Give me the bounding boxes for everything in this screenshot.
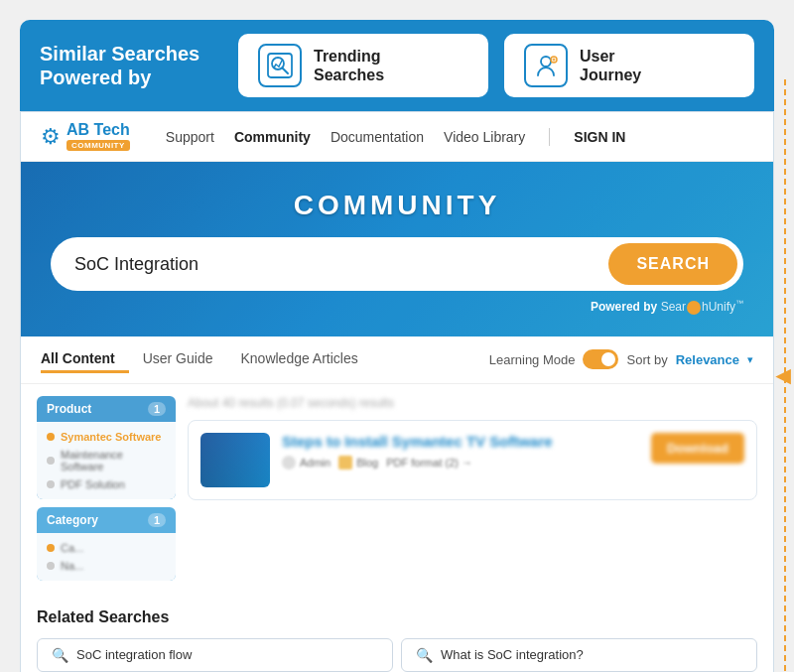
trending-searches-icon: [258, 44, 302, 87]
top-banner: Similar Searches Powered by TrendingSear…: [20, 20, 774, 111]
nav-signin[interactable]: SIGN IN: [574, 129, 625, 145]
facet-category-badge: 1: [148, 513, 166, 527]
facets-panel: Product 1 Symantec Software Maintenance …: [37, 396, 176, 589]
tab-user-guide[interactable]: User Guide: [129, 346, 227, 373]
svg-line-5: [279, 61, 282, 67]
facet-dot-icon: [47, 433, 55, 441]
sort-label: Sort by: [626, 352, 667, 367]
facet-dot-icon: [47, 562, 55, 570]
search-button[interactable]: SEARCH: [608, 243, 737, 285]
related-searches-section: Related Searches 🔍 SoC integration flow …: [21, 601, 773, 672]
facet-item-label: Na...: [61, 560, 83, 572]
brand-icon: ⚙: [41, 124, 61, 150]
facet-product-header: Product 1: [37, 396, 176, 422]
brand-badge: COMMUNITY: [66, 140, 130, 151]
banner-cards: TrendingSearches UserJourney: [238, 34, 754, 97]
facet-category-header: Category 1: [37, 507, 176, 533]
trending-searches-card[interactable]: TrendingSearches: [238, 34, 488, 97]
nav-support[interactable]: Support: [166, 129, 214, 145]
facet-item[interactable]: Maintenance Software: [47, 446, 166, 475]
brand-text: AB Tech COMMUNITY: [66, 122, 130, 151]
brand: ⚙ AB Tech COMMUNITY: [41, 122, 130, 151]
learning-mode-label: Learning Mode: [489, 352, 576, 367]
facet-item-label: Symantec Software: [61, 431, 161, 443]
facet-product-label: Product: [47, 402, 91, 416]
facet-item[interactable]: Symantec Software: [47, 428, 166, 446]
dashed-border: [784, 79, 786, 671]
search-bar: SEARCH: [51, 237, 743, 291]
user-journey-label: UserJourney: [580, 47, 641, 84]
nav-community[interactable]: Community: [234, 129, 311, 145]
meta-date-icon: [338, 456, 352, 470]
user-journey-card[interactable]: UserJourney: [504, 34, 754, 97]
result-action-button[interactable]: Download: [651, 433, 744, 464]
facet-item[interactable]: Na...: [47, 557, 166, 575]
facet-dot-icon: [47, 457, 55, 465]
results-panel: About 40 results (0.07 seconds) results …: [188, 396, 757, 589]
search-input[interactable]: [74, 254, 608, 275]
search-icon: 🔍: [52, 647, 68, 663]
sort-arrow-icon[interactable]: ▾: [747, 353, 753, 366]
facet-category-label: Category: [47, 513, 98, 527]
results-count: About 40 results (0.07 seconds) results: [188, 396, 757, 410]
sort-value[interactable]: Relevance: [676, 352, 739, 367]
powered-by: Powered by SearhUnify™: [51, 299, 743, 315]
content-area: Product 1 Symantec Software Maintenance …: [21, 384, 773, 601]
related-searches-grid: 🔍 SoC integration flow 🔍 What is SoC int…: [37, 638, 757, 672]
meta-badge-date: Blog: [338, 456, 378, 470]
facet-item[interactable]: Ca...: [47, 539, 166, 557]
filter-tabs: All Content User Guide Knowledge Article…: [41, 346, 489, 373]
learning-mode-toggle[interactable]: [583, 349, 618, 369]
facet-category-items: Ca... Na...: [37, 533, 176, 581]
hero-title: COMMUNITY: [51, 190, 743, 221]
facet-item-label: Maintenance Software: [61, 449, 166, 472]
result-thumbnail: [200, 433, 270, 487]
svg-point-6: [541, 57, 551, 67]
result-title: Steps to Install Symantec TV Software: [282, 433, 639, 450]
related-chip-label-1: What is SoC integration?: [441, 647, 584, 662]
user-journey-icon: [524, 44, 568, 87]
toggle-knob: [601, 352, 615, 366]
related-searches-title: Related Searches: [37, 608, 757, 626]
facet-product-badge: 1: [148, 402, 166, 416]
svg-line-2: [283, 68, 289, 74]
nav-videolibrary[interactable]: Video Library: [444, 129, 525, 145]
meta-author-icon: [282, 456, 296, 470]
result-content: Steps to Install Symantec TV Software Ad…: [282, 433, 639, 470]
search-icon: 🔍: [416, 647, 433, 663]
navbar: ⚙ AB Tech COMMUNITY Support Community Do…: [21, 112, 773, 162]
meta-badge-info: PDF format (2) →: [386, 457, 472, 469]
tab-knowledge-articles[interactable]: Knowledge Articles: [226, 346, 371, 373]
tab-all-content[interactable]: All Content: [41, 346, 129, 373]
brand-name: AB Tech: [66, 122, 130, 138]
trending-searches-label: TrendingSearches: [314, 47, 384, 84]
nav-documentation[interactable]: Documentation: [331, 129, 424, 145]
facet-product-items: Symantec Software Maintenance Software P…: [37, 422, 176, 499]
result-meta: Admin Blog PDF format (2) →: [282, 456, 639, 470]
nav-divider: [549, 128, 550, 146]
result-card: Steps to Install Symantec TV Software Ad…: [188, 420, 757, 500]
nav-links: Support Community Documentation Video Li…: [166, 128, 753, 146]
related-chip-label-0: SoC integration flow: [76, 647, 192, 662]
facet-item-label: Ca...: [61, 542, 83, 554]
facet-dot-icon: [47, 480, 55, 488]
related-chip-1[interactable]: 🔍 What is SoC integration?: [401, 638, 757, 672]
filter-right: Learning Mode Sort by Relevance ▾: [489, 349, 753, 369]
facet-item[interactable]: PDF Solution: [47, 475, 166, 493]
facet-group-product: Product 1 Symantec Software Maintenance …: [37, 396, 176, 499]
hero-section: COMMUNITY SEARCH Powered by SearhUnify™: [21, 162, 773, 336]
facet-group-category: Category 1 Ca... Na...: [37, 507, 176, 581]
facet-dot-icon: [47, 544, 55, 552]
related-chip-0[interactable]: 🔍 SoC integration flow: [37, 638, 393, 672]
facet-item-label: PDF Solution: [61, 478, 125, 490]
banner-title: Similar Searches Powered by: [40, 42, 218, 89]
filter-bar: All Content User Guide Knowledge Article…: [21, 336, 773, 384]
meta-badge-author: Admin: [282, 456, 331, 470]
outer-wrapper: Similar Searches Powered by TrendingSear…: [20, 20, 774, 672]
main-card: ⚙ AB Tech COMMUNITY Support Community Do…: [20, 111, 774, 672]
